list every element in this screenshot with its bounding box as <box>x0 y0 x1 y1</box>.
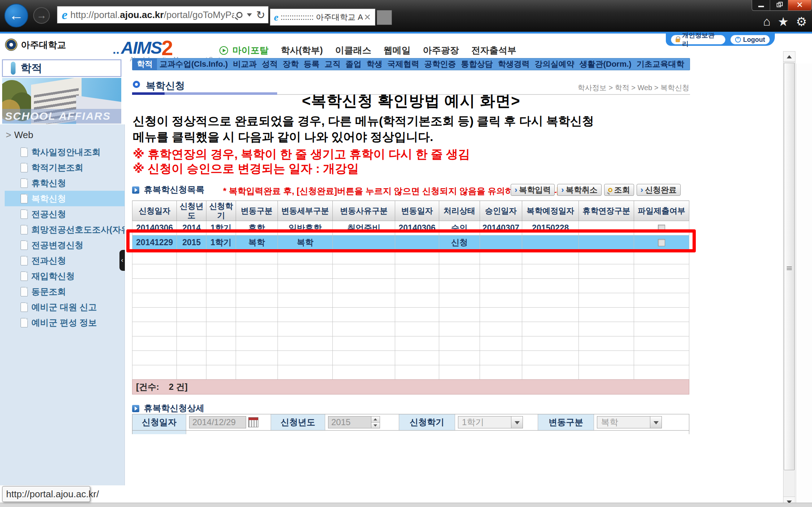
sidebar-item[interactable]: 전과신청 <box>5 253 125 268</box>
quicklink-ajou-plaza[interactable]: 아주광장 <box>423 44 459 56</box>
scrollbar-thumb[interactable] <box>784 63 795 470</box>
quicklink-haksa[interactable]: 학사(학부) <box>281 44 323 56</box>
lock-icon <box>676 39 680 42</box>
cell <box>522 235 579 250</box>
home-icon[interactable] <box>763 14 770 29</box>
menu-item[interactable]: 교과수업(Cls.Info.) <box>157 58 230 70</box>
cell <box>634 221 689 235</box>
sidebar-item[interactable]: 재입학신청 <box>5 268 125 284</box>
sidebar-item[interactable]: 전공신청 <box>5 206 125 222</box>
back-button[interactable] <box>4 4 28 27</box>
menu-item[interactable]: 국제협력 <box>385 58 422 70</box>
application-year-input[interactable]: 2015 <box>328 416 371 428</box>
calendar-icon[interactable] <box>248 417 258 427</box>
arrow-icon <box>641 185 643 195</box>
semester-select[interactable]: 1학기 <box>458 416 523 428</box>
address-bar[interactable]: http://portal.ajou.ac.kr/portal/goToMyPa… <box>57 6 269 23</box>
sidebar-item[interactable]: 예비군 대원 신고 <box>5 299 125 315</box>
document-icon <box>21 178 28 188</box>
year-spinner[interactable] <box>371 416 380 428</box>
tab-close-icon[interactable] <box>363 12 372 22</box>
arrow-icon <box>515 185 517 195</box>
pill-icon <box>11 62 16 75</box>
quicklink-attendance[interactable]: 전자출석부 <box>471 44 516 56</box>
account-area: 개인정보관리 Logout <box>666 34 775 46</box>
settings-icon[interactable] <box>796 14 807 29</box>
document-icon <box>21 225 28 234</box>
forward-button[interactable] <box>33 7 50 24</box>
application-date-input[interactable]: 2014/12/29 <box>189 416 246 428</box>
bokhak-cancel-button[interactable]: 복학취소 <box>557 184 601 196</box>
sidebar-item[interactable]: 동문조회 <box>5 284 125 299</box>
cell <box>634 235 689 250</box>
menu-item[interactable]: 교직 <box>322 58 343 70</box>
sidebar-item-bokhak-active[interactable]: 복학신청 <box>5 191 125 206</box>
dropdown-arrow-icon[interactable] <box>650 416 662 428</box>
menu-item[interactable]: 학생 <box>364 58 385 70</box>
close-button[interactable] <box>788 0 811 10</box>
new-tab-button[interactable] <box>377 10 392 25</box>
browser-tab[interactable]: ::::::::::::::: 아주대학교 AIM... <box>270 9 375 26</box>
cell: 2015 <box>177 235 206 250</box>
menu-item[interactable]: 장학 <box>280 58 301 70</box>
detail-section-title: 휴복학신청상세 <box>144 403 204 413</box>
sidebar-item[interactable]: 희망전공선호도조사(자유전공 <box>5 222 125 237</box>
page-title: 복학신청 <box>146 79 185 92</box>
restore-button[interactable] <box>770 0 788 10</box>
record-count-bar: [건수: 2 건] <box>132 379 689 394</box>
privacy-button[interactable]: 개인정보관리 <box>671 35 725 44</box>
table-row-leave[interactable]: 20140306 2014 1학기 휴학 일반휴학 취업준비 20140306 … <box>132 221 689 235</box>
search-dropdown-icon[interactable] <box>247 13 252 17</box>
quicklink-myportal[interactable]: 마이포탈 <box>232 44 269 56</box>
menu-item[interactable]: 성적 <box>259 58 280 70</box>
submit-complete-button[interactable]: 신청완료 <box>637 184 681 196</box>
browser-window: http://portal.ajou.ac.kr/portal/goToMyPa… <box>0 0 812 507</box>
search-icon[interactable] <box>236 12 243 18</box>
table-row-return-highlighted[interactable]: 20141229 2015 1학기 복학 복학 신청 <box>132 235 689 250</box>
favorites-icon[interactable] <box>778 14 789 29</box>
refresh-icon[interactable] <box>256 9 265 21</box>
file-checkbox[interactable] <box>658 225 665 232</box>
sidebar-item[interactable]: 휴학신청 <box>5 175 125 191</box>
cell: 복학 <box>236 235 278 250</box>
menu-item[interactable]: 강의실예약 <box>532 58 577 70</box>
quicklink-eclass[interactable]: 이클래스 <box>335 44 371 56</box>
scrollbar-grip-icon <box>787 266 792 270</box>
menu-hakjeok[interactable]: 학적 <box>132 58 157 70</box>
column-header: 변동세부구분 <box>278 201 333 221</box>
menu-item[interactable]: 비교과 <box>230 58 259 70</box>
vertical-scrollbar[interactable] <box>783 51 795 507</box>
quicklink-webmail[interactable]: 웹메일 <box>384 44 411 56</box>
menu-item[interactable]: 등록 <box>301 58 322 70</box>
menu-item[interactable]: 기초교육대학 <box>634 58 687 70</box>
scrollbar-up-icon[interactable] <box>783 52 795 62</box>
sidebar-item[interactable]: 전공변경신청 <box>5 237 125 253</box>
sidebar-collapse-handle[interactable] <box>119 250 125 271</box>
change-type-select[interactable]: 복학 <box>597 416 662 428</box>
sidebar-item[interactable]: 학사일정안내조회 <box>5 144 125 160</box>
menu-item[interactable]: 생활관(Dorm.) <box>577 58 634 70</box>
search-button[interactable]: 조회 <box>604 184 634 196</box>
sidebar-section-web[interactable]: >Web <box>0 124 125 141</box>
sidebar-item[interactable]: 예비군 편성 정보 <box>5 315 125 330</box>
cell: 승인 <box>439 221 480 235</box>
tab-title: ::::::::::::::: 아주대학교 AIM... <box>280 12 363 23</box>
page-title-bullet-icon <box>133 81 140 88</box>
file-checkbox[interactable] <box>658 239 665 246</box>
browser-toolbar <box>763 14 807 29</box>
field-label: 신청학기 <box>399 414 455 430</box>
detail-form: 신청일자 2014/12/29 신청년도 2015 신청학기 1학기 변동구분 … <box>132 414 689 431</box>
menu-item[interactable]: 공학인증 <box>422 58 458 70</box>
ie-icon <box>274 11 278 24</box>
menu-item[interactable]: 학생경력 <box>495 58 532 70</box>
cell: 취업준비 <box>333 221 395 235</box>
column-header: 승인일자 <box>480 201 522 221</box>
dropdown-arrow-icon[interactable] <box>511 416 523 428</box>
logout-button[interactable]: Logout <box>730 35 770 44</box>
minimize-button[interactable] <box>752 0 770 10</box>
bokhak-input-button[interactable]: 복학입력 <box>511 184 555 196</box>
sidebar-item[interactable]: 학적기본조회 <box>5 160 125 175</box>
menu-item[interactable]: 통합상담 <box>458 58 495 70</box>
menu-item[interactable]: 졸업 <box>343 58 364 70</box>
sidebar-menu: >Web 학사일정안내조회 학적기본조회 휴학신청 복학신청 전공신청 희망전공… <box>0 124 125 485</box>
